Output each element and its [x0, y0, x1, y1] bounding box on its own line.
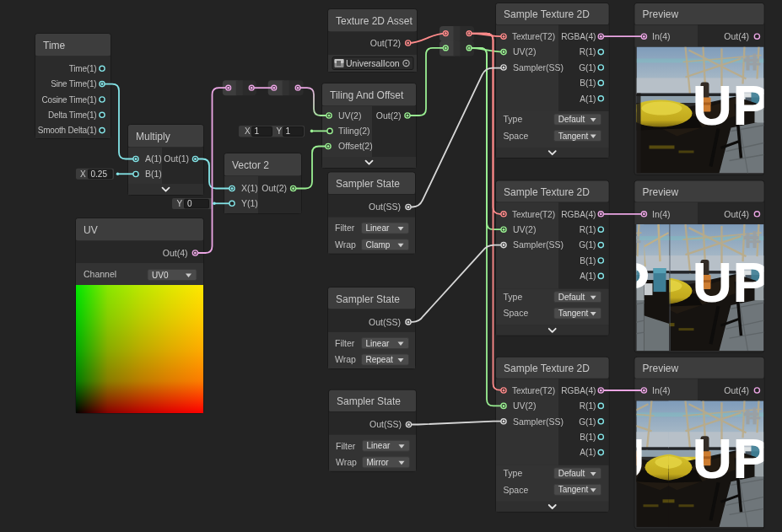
svg-text:Default: Default	[558, 293, 585, 302]
svg-text:Out(SS): Out(SS)	[369, 317, 401, 327]
svg-text:Texture(T2): Texture(T2)	[512, 210, 555, 219]
svg-text:Y: Y	[277, 126, 283, 136]
svg-text:Preview: Preview	[643, 8, 679, 20]
svg-text:B(1): B(1)	[580, 256, 596, 266]
svg-text:Time: Time	[43, 40, 66, 51]
svg-text:Tangent: Tangent	[558, 309, 589, 318]
svg-text:Tiling(2): Tiling(2)	[338, 126, 370, 136]
svg-text:1: 1	[255, 126, 260, 136]
svg-text:B(1): B(1)	[580, 433, 596, 442]
svg-text:RGBA(4): RGBA(4)	[561, 386, 596, 395]
svg-text:G(1): G(1)	[579, 417, 596, 427]
svg-text:Texture 2D Asset: Texture 2D Asset	[336, 15, 413, 27]
svg-text:Sine Time(1): Sine Time(1)	[51, 79, 96, 89]
svg-text:Sampler State: Sampler State	[336, 293, 400, 305]
svg-text:UV(2): UV(2)	[513, 46, 536, 56]
svg-text:0.25: 0.25	[91, 169, 108, 179]
svg-text:Multiply: Multiply	[136, 131, 170, 142]
svg-text:Sample Texture 2D: Sample Texture 2D	[504, 8, 590, 20]
svg-text:UV0: UV0	[152, 271, 169, 280]
svg-text:UniversalIcon: UniversalIcon	[346, 58, 400, 68]
svg-text:Default: Default	[558, 469, 585, 478]
svg-text:Tangent: Tangent	[558, 485, 589, 494]
svg-text:Texture(T2): Texture(T2)	[512, 386, 555, 395]
svg-text:Sampler(SS): Sampler(SS)	[513, 416, 564, 427]
svg-text:Out(4): Out(4)	[724, 385, 749, 395]
svg-text:Linear: Linear	[367, 441, 391, 450]
svg-text:B(1): B(1)	[580, 78, 596, 88]
svg-text:Out(2): Out(2)	[376, 110, 402, 121]
svg-text:Offset(2): Offset(2)	[338, 141, 373, 151]
svg-text:Repeat: Repeat	[366, 355, 393, 364]
svg-text:Out(4): Out(4)	[163, 248, 188, 258]
svg-text:Out(SS): Out(SS)	[369, 202, 401, 212]
svg-text:Smooth Delta(1): Smooth Delta(1)	[38, 126, 97, 135]
svg-text:Filter: Filter	[335, 338, 355, 348]
svg-text:Preview: Preview	[643, 363, 679, 374]
svg-text:In(4): In(4)	[652, 385, 671, 395]
svg-text:Space: Space	[504, 131, 529, 141]
svg-text:X: X	[245, 126, 251, 136]
svg-text:Type: Type	[504, 292, 523, 302]
svg-text:Wrap: Wrap	[335, 239, 356, 250]
svg-text:R(1): R(1)	[580, 225, 596, 234]
svg-text:A(1): A(1)	[580, 448, 596, 457]
svg-text:Linear: Linear	[366, 339, 390, 348]
svg-text:R(1): R(1)	[580, 47, 596, 56]
svg-text:Sampler State: Sampler State	[336, 178, 400, 190]
svg-text:Out(SS): Out(SS)	[369, 419, 402, 429]
svg-text:Filter: Filter	[336, 441, 356, 451]
svg-text:A(1): A(1)	[580, 271, 596, 281]
svg-text:G(1): G(1)	[579, 63, 596, 73]
svg-text:RGBA(4): RGBA(4)	[561, 210, 596, 219]
svg-text:Delta Time(1): Delta Time(1)	[48, 110, 96, 120]
svg-text:Mirror: Mirror	[367, 458, 390, 467]
svg-text:Sampler(SS): Sampler(SS)	[513, 239, 564, 250]
svg-text:RGBA(4): RGBA(4)	[561, 32, 596, 41]
svg-text:UV(2): UV(2)	[513, 400, 536, 411]
svg-text:A(1): A(1)	[145, 153, 162, 164]
svg-text:Out(1): Out(1)	[164, 153, 189, 164]
svg-text:A(1): A(1)	[580, 94, 596, 104]
svg-text:Time(1): Time(1)	[69, 64, 97, 73]
svg-text:Out(T2): Out(T2)	[370, 38, 401, 48]
svg-text:Y(1): Y(1)	[241, 198, 258, 208]
svg-text:Texture(T2): Texture(T2)	[512, 32, 555, 41]
svg-text:UV(2): UV(2)	[338, 110, 361, 121]
svg-text:Sampler State: Sampler State	[337, 395, 401, 407]
svg-text:Wrap: Wrap	[336, 457, 357, 467]
svg-text:Sample Texture 2D: Sample Texture 2D	[504, 186, 590, 198]
svg-text:Sample Texture 2D: Sample Texture 2D	[504, 363, 590, 374]
svg-text:Channel: Channel	[84, 269, 116, 279]
svg-text:In(4): In(4)	[652, 209, 671, 219]
svg-text:B(1): B(1)	[145, 169, 162, 179]
svg-text:Type: Type	[504, 114, 523, 124]
svg-text:Default: Default	[558, 115, 585, 124]
svg-text:Cosine Time(1): Cosine Time(1)	[42, 95, 97, 105]
svg-text:X(1): X(1)	[241, 183, 258, 193]
svg-text:Out(4): Out(4)	[724, 31, 749, 41]
svg-text:G(1): G(1)	[579, 240, 596, 250]
svg-text:Preview: Preview	[643, 186, 679, 198]
svg-text:UV(2): UV(2)	[513, 224, 536, 234]
svg-text:Wrap: Wrap	[335, 354, 356, 364]
svg-text:Type: Type	[504, 468, 523, 478]
svg-text:Vector 2: Vector 2	[232, 159, 269, 171]
svg-text:Tangent: Tangent	[558, 132, 589, 141]
svg-text:Out(4): Out(4)	[724, 209, 749, 219]
svg-text:Filter: Filter	[335, 223, 355, 233]
svg-text:R(1): R(1)	[580, 401, 596, 411]
svg-text:In(4): In(4)	[652, 31, 671, 41]
svg-text:Out(2): Out(2)	[262, 183, 287, 193]
svg-text:1: 1	[286, 126, 291, 136]
svg-text:Space: Space	[504, 485, 529, 495]
svg-text:X: X	[80, 169, 86, 179]
svg-text:Space: Space	[504, 308, 529, 318]
svg-text:Tiling And Offset: Tiling And Offset	[330, 89, 404, 101]
svg-text:UV: UV	[84, 224, 98, 236]
svg-text:0: 0	[187, 199, 192, 208]
svg-text:Clamp: Clamp	[366, 240, 391, 250]
svg-text:Sampler(SS): Sampler(SS)	[513, 62, 564, 73]
svg-text:Linear: Linear	[366, 223, 390, 233]
svg-text:Y: Y	[177, 199, 183, 208]
